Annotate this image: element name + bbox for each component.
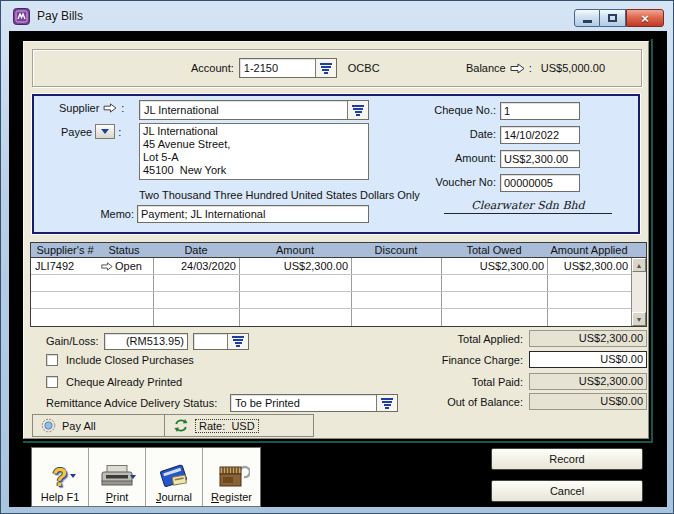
- supplier-label-group: Supplier :: [59, 102, 124, 114]
- col-discount[interactable]: Discount: [351, 243, 441, 257]
- balance-group: Balance : US$5,000.00: [466, 62, 605, 74]
- col-date[interactable]: Date: [153, 243, 239, 257]
- titlebar: Pay Bills ×: [1, 1, 674, 31]
- account-number[interactable]: 1-2150: [240, 59, 315, 77]
- payee-label-group: Payee :: [61, 124, 121, 139]
- col-status[interactable]: Status: [95, 243, 153, 257]
- account-dropdown-icon[interactable]: [315, 59, 336, 77]
- cell-status: Open: [95, 258, 153, 274]
- total-paid-value: US$2,300.00: [529, 373, 647, 390]
- cell-amount-applied[interactable]: US$2,300.00: [547, 258, 631, 274]
- record-button[interactable]: Record: [491, 448, 643, 470]
- payee-address-field[interactable]: JL International 45 Avenue Street, Lot 5…: [139, 123, 369, 180]
- register-label: Register: [211, 491, 252, 503]
- signature-block: Clearwater Sdn Bhd: [444, 199, 612, 214]
- chevron-down-icon: [101, 129, 109, 134]
- teal-edge-line: [651, 39, 653, 442]
- date-field[interactable]: 14/10/2022: [500, 126, 580, 144]
- voucher-no-label: Voucher No:: [380, 176, 496, 188]
- include-closed-checkbox[interactable]: [46, 354, 58, 366]
- cheque-panel: Supplier : JL International Payee : JL I…: [32, 94, 640, 234]
- status-zoom-arrow-icon[interactable]: [101, 262, 113, 271]
- action-strip: Pay All Rate: USD: [32, 414, 314, 437]
- balance-value: US$5,000.00: [541, 62, 605, 74]
- bills-table: Supplier's # Status Date Amount Discount…: [30, 242, 647, 327]
- register-icon: [214, 462, 250, 490]
- table-scrollbar[interactable]: ▲ ▼: [631, 258, 646, 326]
- account-panel: Account: 1-2150 OCBC Balance : US$5,000.…: [32, 49, 642, 87]
- scroll-up-icon[interactable]: ▲: [632, 258, 646, 272]
- pay-all-button[interactable]: Pay All: [33, 415, 165, 436]
- finance-charge-field[interactable]: US$0.00: [529, 351, 647, 368]
- minimize-button[interactable]: [574, 9, 600, 27]
- gain-loss-field: (RM513.95): [104, 333, 188, 350]
- col-supplier-no[interactable]: Supplier's #: [31, 243, 95, 257]
- cancel-button[interactable]: Cancel: [491, 480, 643, 502]
- supplier-zoom-arrow-icon[interactable]: [103, 103, 117, 113]
- cell-amount: US$2,300.00: [239, 258, 351, 274]
- rate-button[interactable]: Rate: USD: [165, 415, 313, 436]
- remittance-value[interactable]: To be Printed: [231, 395, 376, 411]
- gain-loss-currency-combo[interactable]: [193, 333, 249, 350]
- amount-in-words: Two Thousand Three Hundred United States…: [139, 189, 420, 201]
- total-paid-row: Total Paid: US$2,300.00: [430, 373, 647, 390]
- help-button[interactable]: ? Help F1: [32, 448, 89, 506]
- maximize-button[interactable]: [600, 9, 626, 27]
- pay-bills-window: Pay Bills × Account: 1-2150 OCBC Balance…: [0, 0, 674, 514]
- col-total-owed[interactable]: Total Owed: [441, 243, 547, 257]
- supplier-dropdown-icon[interactable]: [347, 101, 368, 119]
- close-button[interactable]: ×: [626, 9, 664, 27]
- col-amount[interactable]: Amount: [239, 243, 351, 257]
- table-row-empty[interactable]: [31, 275, 631, 292]
- app-icon[interactable]: [13, 8, 30, 25]
- help-dropdown-icon: [70, 474, 76, 478]
- total-applied-value: US$2,300.00: [529, 330, 647, 347]
- out-of-balance-value: US$0.00: [529, 393, 647, 410]
- cheque-no-label: Cheque No.:: [380, 104, 496, 116]
- register-button[interactable]: Register: [203, 448, 260, 506]
- table-row-empty[interactable]: [31, 309, 631, 326]
- account-combo[interactable]: 1-2150: [239, 58, 337, 78]
- cheque-printed-row: Cheque Already Printed: [46, 376, 182, 388]
- zoom-arrow-icon[interactable]: [510, 63, 525, 74]
- col-amount-applied[interactable]: Amount Applied: [547, 243, 631, 257]
- cheque-no-field[interactable]: 1: [500, 102, 580, 120]
- scroll-down-icon[interactable]: ▼: [632, 312, 646, 326]
- amount-field[interactable]: US$2,300.00: [500, 150, 580, 168]
- account-label: Account:: [191, 62, 234, 74]
- rate-label: Rate: USD: [195, 419, 259, 433]
- supplier-label: Supplier: [59, 102, 99, 114]
- print-button[interactable]: Print: [89, 448, 146, 506]
- record-label: Record: [549, 453, 584, 465]
- minimize-icon: [583, 20, 592, 23]
- close-icon: ×: [641, 12, 649, 25]
- exchange-rate-icon: [173, 418, 189, 433]
- payee-dropdown-button[interactable]: [95, 124, 115, 139]
- supplier-colon: :: [121, 102, 124, 114]
- table-row-empty[interactable]: [31, 292, 631, 309]
- account-bank-name: OCBC: [348, 62, 380, 74]
- voucher-no-field[interactable]: 00000005: [500, 174, 580, 192]
- pay-all-label: Pay All: [62, 420, 96, 432]
- memo-field[interactable]: Payment; JL International: [137, 205, 369, 223]
- currency-dropdown-icon[interactable]: [227, 334, 248, 349]
- remittance-combo[interactable]: To be Printed: [230, 394, 398, 412]
- bills-rows: JLI7492 Open 24/03/2020 US$2,300.00 US$2…: [31, 258, 631, 326]
- remittance-dropdown-icon[interactable]: [376, 395, 397, 411]
- include-closed-row: Include Closed Purchases: [46, 354, 194, 366]
- window-title: Pay Bills: [37, 9, 83, 23]
- total-applied-label: Total Applied:: [430, 333, 523, 345]
- journal-button[interactable]: Journal: [146, 448, 203, 506]
- supplier-combo[interactable]: JL International: [139, 100, 369, 120]
- out-of-balance-label: Out of Balance:: [430, 396, 523, 408]
- total-applied-row: Total Applied: US$2,300.00: [430, 330, 647, 347]
- cell-total-owed: US$2,300.00: [441, 258, 547, 274]
- help-icon: ?: [52, 464, 67, 490]
- finance-charge-label: Finance Charge:: [430, 354, 523, 366]
- cell-discount[interactable]: [351, 258, 441, 274]
- cheque-printed-checkbox[interactable]: [46, 376, 58, 388]
- status-text: Open: [115, 260, 142, 272]
- supplier-value[interactable]: JL International: [140, 101, 347, 119]
- table-row[interactable]: JLI7492 Open 24/03/2020 US$2,300.00 US$2…: [31, 258, 631, 275]
- cancel-label: Cancel: [550, 485, 584, 497]
